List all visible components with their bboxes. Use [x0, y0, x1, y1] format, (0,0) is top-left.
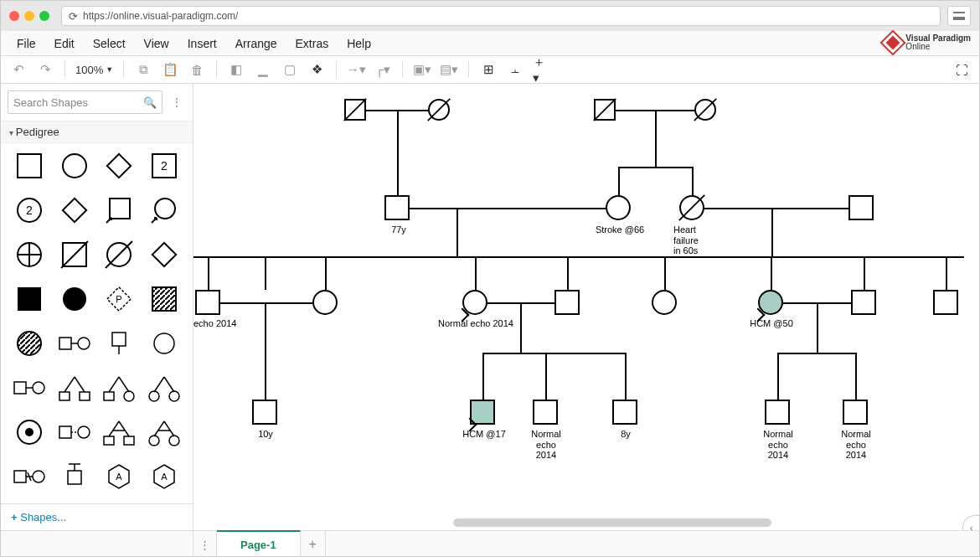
- page-tab-1[interactable]: Page-1: [217, 530, 301, 557]
- scrollbar-thumb[interactable]: [453, 518, 771, 527]
- horizontal-scrollbar[interactable]: [453, 518, 962, 527]
- brand-logo[interactable]: Visual Paradigm Online: [884, 34, 971, 52]
- shape-multiple-male[interactable]: 2: [144, 148, 184, 183]
- category-pedigree[interactable]: Pedigree: [1, 121, 193, 143]
- node-stroke66-female[interactable]: [606, 195, 631, 220]
- node-10y-male[interactable]: [252, 400, 277, 425]
- shape-male[interactable]: [9, 148, 49, 183]
- shape-male-small[interactable]: [100, 326, 140, 361]
- shape-affected-male[interactable]: [9, 281, 49, 317]
- search-shapes-input[interactable]: Search Shapes 🔍: [8, 90, 162, 114]
- menu-file[interactable]: File: [8, 34, 45, 54]
- shape-multiple-female[interactable]: 2: [9, 193, 49, 228]
- copy-button[interactable]: ⧉: [134, 60, 152, 79]
- node-g3-male-far-right[interactable]: [933, 290, 958, 315]
- more-shapes-button[interactable]: + Shapes...: [1, 503, 193, 530]
- chevron-down-icon: ▼: [106, 65, 113, 74]
- browser-menu-button[interactable]: [947, 6, 971, 26]
- shape-hex-a2[interactable]: A: [144, 459, 184, 494]
- fill-color-button[interactable]: ◧: [227, 60, 245, 79]
- connector-waypoint-button[interactable]: ┌▾: [374, 60, 392, 79]
- g1-female-deceased-left[interactable]: [428, 99, 450, 121]
- insert-button[interactable]: ＋▾: [533, 60, 551, 79]
- node-normal-echo-r1-male[interactable]: [765, 400, 790, 425]
- redo-button[interactable]: ↷: [36, 60, 54, 79]
- node-hcm50-female-affected[interactable]: [758, 290, 783, 315]
- shape-couple-dashed[interactable]: [54, 415, 95, 450]
- shape-proband-female[interactable]: [144, 193, 184, 228]
- grid-button[interactable]: ⊞: [479, 60, 498, 79]
- shape-twins-1[interactable]: [54, 370, 95, 405]
- svg-point-1: [63, 154, 86, 178]
- node-g3-male-mid[interactable]: [554, 290, 580, 315]
- node-normal-echo-r2-male[interactable]: [843, 400, 868, 425]
- node-hcm17-male-affected-proband[interactable]: [470, 400, 495, 425]
- shape-couple-1[interactable]: [54, 326, 95, 361]
- shape-affected-female[interactable]: [54, 281, 95, 317]
- to-back-button[interactable]: ▤▾: [440, 60, 458, 79]
- shape-hex-a[interactable]: A: [100, 459, 140, 494]
- shape-carrier-dot[interactable]: [9, 415, 49, 450]
- shape-carrier-female-x[interactable]: [9, 237, 49, 272]
- shape-unknown[interactable]: [100, 148, 140, 183]
- shape-twins-id-1[interactable]: [100, 415, 140, 450]
- connector: [864, 256, 865, 290]
- guides-button[interactable]: ⫠: [506, 60, 524, 79]
- node-g2-far-right-male[interactable]: [848, 195, 874, 220]
- shape-twins-2[interactable]: [100, 370, 140, 405]
- minimize-window-icon[interactable]: [24, 11, 34, 21]
- node-normal-echo-2014-female-proband[interactable]: [462, 290, 487, 315]
- maximize-window-icon[interactable]: [39, 11, 49, 21]
- node-g3-male-right[interactable]: [851, 290, 876, 315]
- page-tabs-menu[interactable]: ⋮: [193, 531, 217, 557]
- shape-deceased-unknown[interactable]: [144, 237, 184, 272]
- shape-female-small[interactable]: [144, 326, 184, 361]
- shadow-button[interactable]: ▢: [281, 60, 299, 79]
- menu-insert[interactable]: Insert: [178, 34, 226, 54]
- node-8y-male[interactable]: [612, 400, 637, 425]
- close-window-icon[interactable]: [9, 11, 19, 21]
- shape-pregnancy[interactable]: P: [100, 281, 140, 317]
- node-77y-male[interactable]: [384, 195, 410, 220]
- style-button[interactable]: ❖: [307, 60, 326, 79]
- to-front-button[interactable]: ▣▾: [413, 60, 431, 79]
- shape-twins-3[interactable]: [144, 370, 184, 405]
- reload-icon[interactable]: ⟳: [69, 10, 78, 23]
- menu-help[interactable]: Help: [338, 34, 380, 54]
- shape-twins-id-2[interactable]: [144, 415, 184, 450]
- shape-adopted-out[interactable]: [54, 459, 95, 494]
- menu-view[interactable]: View: [135, 34, 178, 54]
- shape-deceased-female[interactable]: [100, 237, 140, 272]
- shape-deceased-male[interactable]: [54, 237, 95, 272]
- node-echo2014-left-male[interactable]: [195, 290, 220, 315]
- node-normal-echo-2014-mid-male[interactable]: [533, 400, 558, 425]
- g1-male-deceased-left[interactable]: [344, 99, 366, 121]
- menu-edit[interactable]: Edit: [45, 34, 84, 54]
- shape-female[interactable]: [54, 148, 95, 183]
- g1-female-deceased-right[interactable]: [694, 99, 716, 121]
- shape-hatched-male[interactable]: [144, 281, 184, 317]
- node-heartfailure-female-deceased[interactable]: [679, 195, 704, 220]
- zoom-dropdown[interactable]: 100%▼: [75, 64, 113, 76]
- menu-select[interactable]: Select: [84, 34, 135, 54]
- g1-male-deceased-right[interactable]: [594, 99, 616, 121]
- line-color-button[interactable]: ▁: [254, 60, 272, 79]
- node-g3-female-1[interactable]: [312, 290, 338, 315]
- menu-extras[interactable]: Extras: [286, 34, 338, 54]
- diagram-canvas[interactable]: 77y Stroke @66 Heart failure in 60s: [193, 84, 979, 530]
- shape-unknown-2[interactable]: [54, 193, 95, 228]
- shape-couple-2[interactable]: [9, 370, 49, 405]
- paste-button[interactable]: 📋: [161, 60, 179, 79]
- fullscreen-button[interactable]: ⛶: [952, 60, 971, 79]
- address-bar[interactable]: ⟳ https://online.visual-paradigm.com/: [61, 6, 941, 26]
- connector-straight-button[interactable]: →▾: [347, 60, 365, 79]
- undo-button[interactable]: ↶: [9, 60, 28, 79]
- node-g3-female-2[interactable]: [652, 290, 677, 315]
- delete-button[interactable]: 🗑: [188, 60, 206, 79]
- menu-arrange[interactable]: Arrange: [226, 34, 286, 54]
- shape-proband-male[interactable]: [100, 193, 140, 228]
- shape-hatched-female[interactable]: [9, 326, 49, 361]
- add-page-button[interactable]: +: [301, 531, 326, 557]
- shape-divorced[interactable]: [9, 459, 49, 494]
- shapes-panel-menu[interactable]: ⋮: [168, 95, 186, 109]
